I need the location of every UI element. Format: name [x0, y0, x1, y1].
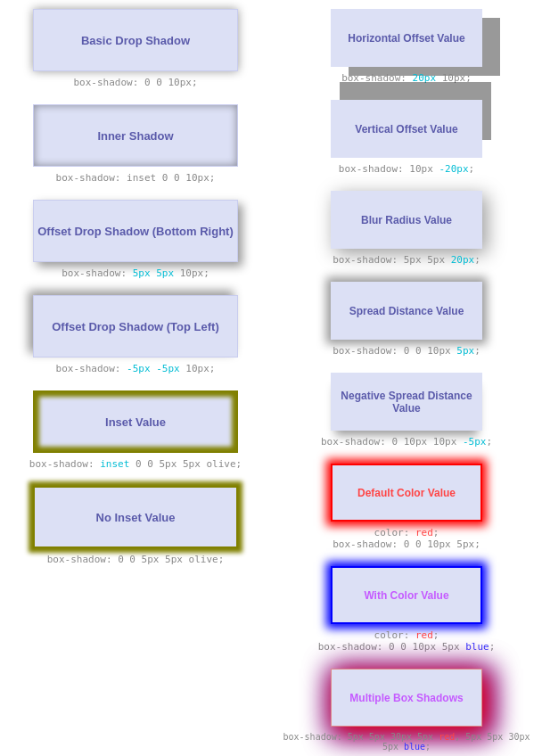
- spread-dist-box: Spread Distance Value: [331, 282, 482, 340]
- blur-radius-demo: Blur Radius Value box-shadow: 5px 5px 20…: [275, 191, 538, 266]
- inset-value-demo: Inset Value box-shadow: inset 0 0 5px 5p…: [4, 390, 267, 470]
- offset-br-cyan1: 5px: [133, 267, 151, 279]
- basic-drop-shadow-box: Basic Drop Shadow: [33, 9, 238, 71]
- with-color-demo: With Color Value color: red; box-shadow:…: [275, 566, 538, 653]
- offset-tl-box: Offset Drop Shadow (Top Left): [33, 295, 238, 357]
- inner-shadow-code: box-shadow: inset 0 0 10px;: [56, 172, 216, 184]
- multiple-shadows-label: Multiple Box Shadows: [349, 692, 463, 704]
- neg-spread-cyan: -5px: [463, 436, 487, 448]
- vert-offset-code: box-shadow: 10px -20px;: [339, 163, 474, 175]
- offset-tl-code: box-shadow: -5px -5px 10px;: [56, 363, 216, 374]
- vert-offset-demo: Vertical Offset Value box-shadow: 10px -…: [275, 100, 538, 175]
- blur-radius-code: box-shadow: 5px 5px 20px;: [333, 254, 480, 266]
- basic-drop-shadow-demo: Basic Drop Shadow box-shadow: 0 0 10px;: [4, 9, 267, 88]
- vert-offset-cyan: -20px: [439, 163, 468, 175]
- spread-dist-code: box-shadow: 0 0 10px 5px;: [333, 345, 480, 357]
- inner-shadow-label: Inner Shadow: [97, 129, 173, 143]
- offset-tl-demo: Offset Drop Shadow (Top Left) box-shadow…: [4, 295, 267, 374]
- with-color-code: color: red; box-shadow: 0 0 10px 5px blu…: [318, 629, 496, 653]
- multiple-shadows-demo: Multiple Box Shadows box-shadow: 5px 5px…: [275, 669, 538, 752]
- offset-br-cyan2: 5px: [156, 267, 174, 279]
- multiple-shadows-red: red: [439, 732, 455, 742]
- offset-br-label: Offset Drop Shadow (Bottom Right): [37, 225, 234, 238]
- no-inset-value-demo: No Inset Value box-shadow: 0 0 5px 5px o…: [4, 486, 267, 565]
- offset-tl-cyan1: -5px: [127, 363, 151, 374]
- basic-drop-shadow-code: box-shadow: 0 0 10px;: [73, 77, 197, 88]
- vert-offset-label: Vertical Offset Value: [355, 123, 457, 136]
- offset-br-demo: Offset Drop Shadow (Bottom Right) box-sh…: [4, 200, 267, 279]
- horiz-offset-label: Horizontal Offset Value: [348, 32, 464, 45]
- neg-spread-demo: Negative Spread Distance Value box-shado…: [275, 373, 538, 448]
- neg-spread-box: Negative Spread Distance Value: [331, 373, 482, 431]
- inset-value-code: box-shadow: inset 0 0 5px 5px olive;: [29, 458, 242, 470]
- blur-radius-box: Blur Radius Value: [331, 191, 482, 249]
- multiple-shadows-code: box-shadow: 5px 5px 30px 5px red, 5px 5p…: [275, 732, 538, 752]
- inset-value-label: Inset Value: [105, 415, 166, 429]
- offset-tl-cyan2: -5px: [156, 363, 180, 374]
- spread-dist-cyan: 5px: [456, 345, 474, 357]
- default-color-box: Default Color Value: [331, 464, 482, 522]
- default-color-label: Default Color Value: [357, 487, 456, 499]
- no-inset-value-box: No Inset Value: [33, 486, 238, 548]
- neg-spread-code: box-shadow: 0 10px 10px -5px;: [321, 436, 492, 448]
- inset-value-cyan: inset: [100, 458, 129, 470]
- spread-dist-demo: Spread Distance Value box-shadow: 0 0 10…: [275, 282, 538, 357]
- no-inset-value-code: box-shadow: 0 0 5px 5px olive;: [47, 554, 225, 565]
- default-color-red: red: [415, 527, 433, 538]
- multiple-shadows-box: Multiple Box Shadows: [331, 669, 482, 727]
- with-color-label: With Color Value: [364, 589, 448, 602]
- spread-dist-label: Spread Distance Value: [349, 305, 464, 317]
- with-color-red: red: [415, 629, 433, 641]
- blur-radius-label: Blur Radius Value: [361, 214, 452, 226]
- horiz-offset-cyan: 20px: [413, 72, 437, 84]
- horiz-offset-demo: Horizontal Offset Value box-shadow: 20px…: [275, 9, 538, 84]
- with-color-blue: blue: [465, 641, 489, 653]
- horiz-offset-code: box-shadow: 20px 10px;: [341, 72, 472, 84]
- offset-tl-label: Offset Drop Shadow (Top Left): [52, 320, 219, 333]
- default-color-code: color: red; box-shadow: 0 0 10px 5px;: [333, 527, 480, 550]
- multiple-shadows-blue: blue: [404, 742, 425, 752]
- horiz-offset-box: Horizontal Offset Value: [331, 9, 482, 67]
- offset-br-code: box-shadow: 5px 5px 10px;: [62, 267, 209, 279]
- basic-drop-shadow-label: Basic Drop Shadow: [81, 34, 190, 47]
- offset-br-box: Offset Drop Shadow (Bottom Right): [33, 200, 238, 262]
- inner-shadow-box: Inner Shadow: [33, 104, 238, 167]
- inner-shadow-demo: Inner Shadow box-shadow: inset 0 0 10px;: [4, 104, 267, 184]
- no-inset-value-label: No Inset Value: [96, 511, 176, 524]
- vert-offset-box: Vertical Offset Value: [331, 100, 482, 158]
- blur-radius-cyan: 20px: [451, 254, 475, 266]
- neg-spread-label: Negative Spread Distance Value: [331, 390, 482, 415]
- inset-value-box: Inset Value: [33, 390, 238, 453]
- with-color-box: With Color Value: [331, 566, 482, 624]
- default-color-demo: Default Color Value color: red; box-shad…: [275, 464, 538, 550]
